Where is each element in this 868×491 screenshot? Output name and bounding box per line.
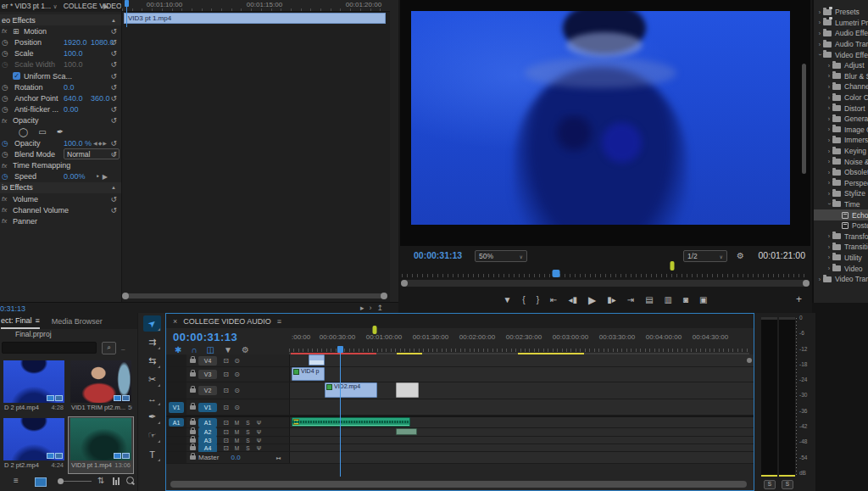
master-collapse-icon[interactable]: ▸◂ [276,455,280,460]
source-patch[interactable]: V1 [166,399,186,415]
reset-icon[interactable]: ↺ [110,195,117,204]
lock-icon[interactable] [186,388,198,393]
snap-magnet-icon[interactable]: ∩ [191,345,197,354]
track-lane-a3[interactable] [290,437,754,444]
collapse-icon[interactable]: ▲ [111,185,116,190]
effects-item-echo[interactable]: Echo [814,209,868,220]
reset-icon[interactable]: ↺ [110,116,117,125]
track-name-button[interactable]: V4 [198,356,217,365]
hand-tool[interactable]: ☞ [143,427,161,444]
mute-button[interactable]: M [231,438,242,444]
effects-item-audio-transitions[interactable]: ›Audio Transitions [814,39,868,50]
tree-chevron-icon[interactable]: › [826,201,832,208]
search-bin-icon[interactable]: ⌕ [102,342,116,354]
source-patch-badge[interactable]: V1 [169,402,184,413]
step-back-button[interactable]: ◂▮ [568,292,577,309]
mark-out-button[interactable]: } [537,292,539,309]
ripple-edit-tool[interactable]: ⇆ [143,353,161,369]
property-value[interactable]: 0.0 [64,83,91,92]
effects-item-video-effects[interactable]: ›Video Effects [814,49,868,60]
effects-item-utility[interactable]: ›Utility [814,253,868,264]
solo-button[interactable]: S [242,438,253,444]
reset-icon[interactable]: ↺ [110,49,117,58]
effects-item-obsolete[interactable]: ›Obsolete [814,167,868,178]
nest-toggle-icon[interactable]: ✱ [175,345,181,354]
track-output-eye-icon[interactable]: ⊙ [231,387,242,394]
property-value[interactable]: 100.0 % [64,139,92,148]
lock-icon[interactable] [186,430,198,434]
reset-icon[interactable]: ↺ [110,38,117,47]
effect-controls-zoom-scrollbar[interactable] [124,293,386,299]
timeline-vertical-scrollbar[interactable] [747,358,752,363]
source-patch[interactable] [166,367,186,382]
slip-tool[interactable]: ↔ [143,390,161,406]
timeline-clip-a2-5[interactable] [396,428,417,435]
comparison-view-button[interactable]: ▣ [699,292,707,309]
lock-icon[interactable] [186,446,198,450]
solo-button[interactable]: S [242,429,253,435]
effects-item-immersive-video[interactable]: ›Immersive Video [814,135,868,146]
lock-icon[interactable] [186,455,198,460]
extract-button[interactable]: ▥ [665,292,672,309]
thumbnail-zoom-slider[interactable] [59,481,92,482]
linked-selection-icon[interactable]: ◫ [207,345,214,354]
effects-item-time[interactable]: ›Time [814,199,868,210]
sync-lock-icon[interactable]: ⊡ [220,357,231,365]
tab-project-final[interactable]: ect: Final≡ [1,313,40,329]
tab-effect-controls[interactable]: er * VID3 pt 1... ∨ [2,2,58,10]
tree-chevron-icon[interactable]: › [826,84,832,90]
effects-item-video[interactable]: ›Video [814,263,868,274]
effect-controls-clip-bar[interactable]: VID3 pt 1.mp4 [124,13,386,24]
stopwatch-icon[interactable]: ◷ [2,94,14,103]
button-editor-plus[interactable]: + [796,293,802,305]
mute-button[interactable]: M [231,445,242,451]
tree-chevron-icon[interactable]: › [816,42,823,47]
monitor-scrollbar[interactable] [802,64,806,174]
reset-icon[interactable]: ↺ [110,83,117,92]
collapse-icon[interactable]: ▲ [111,18,116,23]
clip-thumbnail[interactable] [70,360,131,403]
tree-chevron-icon[interactable]: › [826,254,832,260]
monitor-playhead[interactable] [553,270,560,277]
stopwatch-icon[interactable]: ◷ [2,172,14,181]
ec-section-video-effects[interactable]: eo Effects▲ [0,14,121,25]
project-item-3[interactable]: D 2 pt2.mp44:24 [2,417,66,473]
solo-button[interactable]: S [242,420,253,426]
stopwatch-icon[interactable]: ◷ [2,139,14,148]
add-marker-button[interactable]: ▼ [503,292,511,309]
source-patch[interactable]: A1 [166,417,186,427]
program-video[interactable] [411,11,790,225]
source-patch[interactable] [166,354,186,366]
clip-thumbnail[interactable] [3,418,64,460]
track-lane-a4[interactable] [290,444,754,451]
effect-controls-playhead[interactable] [125,0,129,7]
tree-chevron-icon[interactable]: › [826,244,832,250]
sync-lock-icon[interactable]: ⊡ [220,419,231,427]
effects-item-audio-effects[interactable]: ›Audio Effects [814,28,868,39]
timeline-clip-vid2-mp4[interactable]: VID2.mp4 [325,382,377,398]
track-name-button[interactable]: V2 [198,386,217,395]
mark-in-button[interactable]: { [522,292,525,309]
effect-label[interactable]: Motion [24,27,121,36]
property-value[interactable]: 640.0 [64,94,91,103]
stopwatch-icon[interactable]: ◷ [2,105,14,114]
timeline-clip-a1-4[interactable] [292,417,410,427]
property-value[interactable]: 100.0 [64,60,91,69]
tree-chevron-icon[interactable]: › [826,265,832,271]
type-tool[interactable]: T [143,446,161,462]
lift-button[interactable]: ▤ [645,292,653,309]
property-value[interactable]: 100.0 [64,49,91,58]
stopwatch-icon[interactable]: ◷ [2,83,14,92]
export-icon[interactable]: ↥ [376,304,388,312]
solo-left-button[interactable]: S [764,480,776,489]
tab-sequence[interactable]: COLLEGE VIDEO... [64,2,121,10]
lock-icon[interactable] [186,438,198,443]
tree-chevron-icon[interactable]: › [826,63,832,69]
property-value[interactable]: 1920.0 [64,38,91,47]
source-patch[interactable] [166,444,186,451]
reset-icon[interactable]: ↺ [110,60,117,69]
timeline-ruler[interactable]: :00:0000:00:30:0000:01:00:0000:01:30:000… [289,328,749,353]
effects-item-transition[interactable]: ›Transition [814,242,868,253]
play-button[interactable]: ▶ [588,292,596,309]
sync-lock-icon[interactable]: ⊡ [220,387,231,394]
